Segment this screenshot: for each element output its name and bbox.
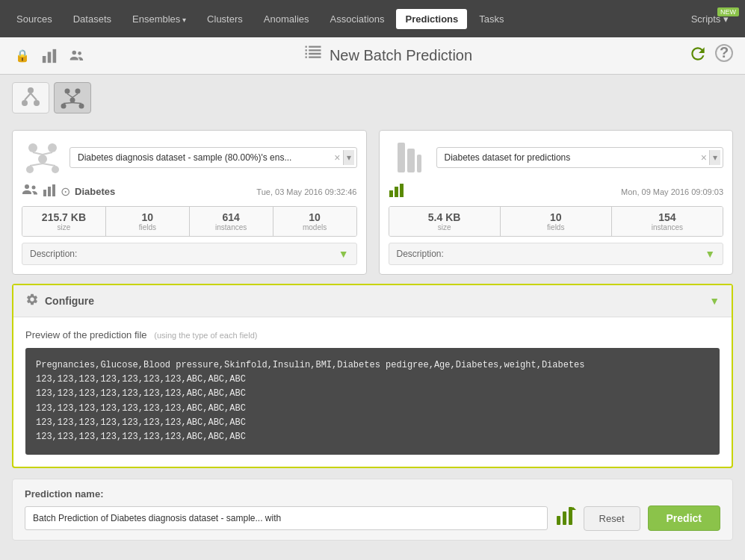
- svg-point-29: [32, 186, 36, 190]
- nav-tasks[interactable]: Tasks: [470, 9, 513, 29]
- svg-rect-38: [400, 184, 404, 197]
- svg-rect-37: [395, 187, 398, 197]
- right-dataset-arrow[interactable]: ▾: [709, 150, 720, 165]
- info-icon[interactable]: ?: [715, 44, 733, 62]
- left-stat-models-label: models: [276, 223, 353, 231]
- reset-button[interactable]: Reset: [584, 506, 640, 531]
- predict-button[interactable]: Predict: [648, 505, 720, 531]
- configure-body: Preview of the prediction file (using th…: [13, 317, 732, 467]
- svg-rect-40: [563, 511, 566, 525]
- sub-header-actions: ?: [688, 44, 733, 68]
- svg-rect-1: [48, 52, 52, 63]
- preview-subtitle: (using the type of each field): [154, 331, 257, 340]
- model-type-ensemble[interactable]: [54, 82, 91, 113]
- left-dataset-arrow[interactable]: ▾: [343, 150, 354, 165]
- right-stats-row: 5.4 KB size 10 fields 154 instances: [389, 206, 724, 237]
- svg-line-25: [43, 152, 52, 155]
- right-stat-size: 5.4 KB size: [389, 207, 501, 236]
- main-content: × ▾ ⊙ Diabetes: [0, 121, 745, 550]
- svg-rect-32: [52, 184, 55, 196]
- left-stat-fields: 10 fields: [106, 207, 190, 236]
- svg-rect-31: [48, 187, 51, 196]
- model-type-tree[interactable]: [12, 82, 49, 113]
- svg-rect-39: [557, 516, 560, 525]
- svg-point-22: [26, 166, 34, 173]
- left-stat-size-value: 215.7 KB: [25, 211, 102, 223]
- svg-point-20: [48, 143, 57, 152]
- left-ensemble-icon: [22, 140, 64, 175]
- configure-header[interactable]: Configure ▼: [13, 285, 732, 317]
- svg-point-13: [61, 104, 67, 109]
- nav-clusters[interactable]: Clusters: [198, 9, 252, 29]
- batch-icon: [303, 43, 324, 68]
- svg-line-26: [30, 164, 43, 166]
- page-title: New Batch Prediction: [94, 43, 681, 68]
- left-panel: × ▾ ⊙ Diabetes: [12, 130, 367, 275]
- right-dataset-input[interactable]: [436, 147, 724, 168]
- left-dataset-input-wrapper: × ▾: [69, 147, 357, 168]
- nav-datasets[interactable]: Datasets: [64, 9, 120, 29]
- svg-point-14: [79, 104, 84, 109]
- page-title-text: New Batch Prediction: [330, 47, 472, 64]
- panels-row: × ▾ ⊙ Diabetes: [12, 130, 733, 275]
- svg-rect-36: [389, 190, 393, 197]
- left-stat-size: 215.7 KB size: [22, 207, 106, 236]
- right-stat-instances-value: 154: [615, 211, 720, 223]
- left-stat-size-label: size: [25, 223, 102, 231]
- left-panel-date: Tue, 03 May 2016 09:32:46: [256, 187, 356, 196]
- left-panel-info-left: ⊙ Diabetes: [22, 183, 115, 200]
- prediction-name-input[interactable]: [25, 506, 548, 530]
- nav-ensembles[interactable]: Ensembles: [123, 9, 195, 29]
- right-stat-instances: 154 instances: [612, 207, 723, 236]
- right-panel-info-row: Mon, 09 May 2016 09:09:03: [389, 183, 724, 200]
- left-panel-name: Diabetes: [75, 186, 115, 197]
- svg-point-6: [22, 100, 28, 106]
- new-badge: NEW: [717, 7, 739, 16]
- svg-point-11: [75, 89, 81, 94]
- right-panel-info-left: [389, 183, 405, 200]
- svg-point-21: [38, 155, 47, 164]
- lock-icon[interactable]: 🔒: [12, 46, 33, 66]
- svg-line-24: [33, 152, 43, 155]
- right-stat-fields-label: fields: [504, 223, 608, 231]
- right-dataset-clear[interactable]: ×: [701, 152, 707, 164]
- left-description-row[interactable]: Description: ▼: [22, 243, 357, 265]
- svg-line-18: [72, 103, 81, 104]
- configure-label: Configure: [45, 295, 94, 307]
- right-stat-size-label: size: [392, 223, 497, 231]
- nav-predictions[interactable]: Predictions: [396, 9, 467, 29]
- svg-point-28: [25, 184, 29, 189]
- svg-point-4: [78, 52, 81, 55]
- nav-scripts[interactable]: Scripts ▾ NEW: [682, 9, 738, 29]
- right-dataset-selector: × ▾: [389, 140, 724, 175]
- nav-anomalies[interactable]: Anomalies: [255, 9, 318, 29]
- svg-rect-33: [398, 143, 405, 172]
- chart-icon[interactable]: [39, 46, 60, 66]
- left-target-icon: ⊙: [61, 184, 70, 199]
- svg-point-10: [65, 89, 70, 94]
- svg-point-23: [52, 166, 59, 173]
- sub-header: 🔒 New Batch Prediction ?: [0, 37, 745, 75]
- left-dataset-clear[interactable]: ×: [334, 152, 340, 164]
- left-stat-fields-value: 10: [109, 211, 186, 223]
- right-description-row[interactable]: Description: ▼: [389, 243, 724, 265]
- prediction-export-icon[interactable]: [555, 505, 576, 531]
- left-people-icon: [22, 183, 38, 200]
- nav-sources[interactable]: Sources: [7, 9, 61, 29]
- left-bar-chart-icon: [43, 184, 56, 199]
- left-dataset-input[interactable]: [69, 147, 357, 168]
- refresh-icon[interactable]: [688, 44, 708, 68]
- nav-associations[interactable]: Associations: [321, 9, 394, 29]
- left-stat-models-value: 10: [276, 211, 353, 223]
- right-stat-fields: 10 fields: [501, 207, 612, 236]
- configure-header-left: Configure: [25, 293, 94, 309]
- right-stat-instances-label: instances: [615, 223, 720, 231]
- svg-point-19: [28, 143, 37, 152]
- svg-rect-35: [417, 155, 421, 172]
- svg-line-15: [67, 94, 72, 98]
- right-dataset-input-wrapper: × ▾: [436, 147, 724, 168]
- people-icon[interactable]: [66, 46, 87, 66]
- right-panel-date: Mon, 09 May 2016 09:09:03: [621, 187, 723, 196]
- svg-point-7: [34, 100, 40, 106]
- prediction-name-row: Reset Predict: [25, 505, 720, 531]
